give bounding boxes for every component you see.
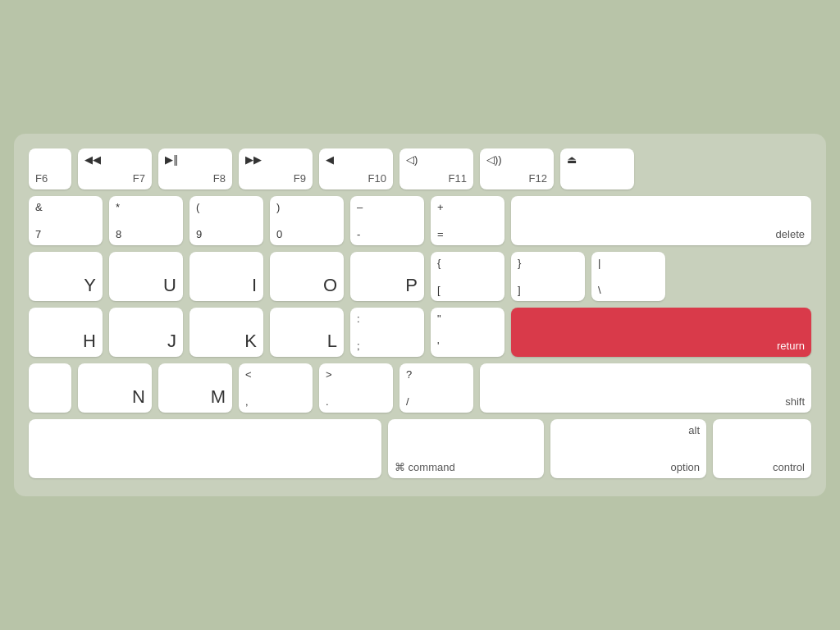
modifier-row: ⌘ command alt option control <box>29 419 811 478</box>
quote-char: ' <box>437 340 439 352</box>
slash-char: / <box>406 395 409 408</box>
bracket-open: [ <box>437 284 441 296</box>
lt-char: < <box>245 368 252 381</box>
gt-char: > <box>326 368 332 381</box>
f12-label: F12 <box>529 172 547 185</box>
k-char: K <box>244 331 257 352</box>
key-7-bottom: 7 <box>35 228 41 240</box>
key-m[interactable]: M <box>158 363 232 413</box>
control-label: control <box>773 461 805 473</box>
key-n[interactable]: N <box>78 363 152 413</box>
volumedown-icon: ◁) <box>406 153 418 166</box>
function-row: F6 ◀◀ F7 ▶‖ F8 ▶▶ F9 ◀ F10 ◁) F11 ◁)) F1… <box>29 148 811 189</box>
f11-label: F11 <box>449 172 467 185</box>
f9-label: F9 <box>294 172 306 185</box>
key-delete[interactable]: delete <box>511 196 811 245</box>
top-alpha-row: Y U I O P { [ } ] | \ <box>29 252 811 301</box>
option-label: option <box>671 461 700 473</box>
key-9-bottom: 9 <box>196 228 202 240</box>
key-control[interactable]: control <box>713 419 811 478</box>
key-equals-top: + <box>437 201 444 213</box>
key-0-bottom: 0 <box>276 228 282 240</box>
f6-label: F6 <box>35 172 48 185</box>
key-spacebar[interactable] <box>29 419 381 478</box>
fastforward-icon: ▶▶ <box>245 153 262 166</box>
key-8[interactable]: * 8 <box>109 196 183 245</box>
playpause-icon: ▶‖ <box>165 153 179 166</box>
shift-label: shift <box>785 395 805 408</box>
key-j[interactable]: J <box>109 308 183 357</box>
key-bracket-close[interactable]: } ] <box>511 252 585 301</box>
key-f10[interactable]: ◀ F10 <box>319 148 393 189</box>
key-0[interactable]: ) 0 <box>270 196 344 245</box>
backslash-char: \ <box>598 284 601 296</box>
key-backslash[interactable]: | \ <box>591 252 665 301</box>
question-char: ? <box>406 368 412 381</box>
y-char: Y <box>84 275 96 296</box>
key-i[interactable]: I <box>189 252 263 301</box>
key-y[interactable]: Y <box>29 252 103 301</box>
key-f6[interactable]: F6 <box>29 148 71 189</box>
key-f8[interactable]: ▶‖ F8 <box>158 148 232 189</box>
key-h[interactable]: H <box>29 308 103 357</box>
key-l[interactable]: L <box>270 308 344 357</box>
doublequote-char: " <box>437 313 441 325</box>
period-char: . <box>326 395 329 408</box>
key-equals[interactable]: + = <box>431 196 504 245</box>
key-period[interactable]: > . <box>319 363 393 413</box>
colon-char: : <box>357 313 360 325</box>
m-char: M <box>211 386 226 408</box>
j-char: J <box>167 331 176 352</box>
key-f9[interactable]: ▶▶ F9 <box>239 148 313 189</box>
h-char: H <box>83 331 96 352</box>
key-p[interactable]: P <box>350 252 424 301</box>
key-7-top: & <box>35 201 43 213</box>
keyboard: F6 ◀◀ F7 ▶‖ F8 ▶▶ F9 ◀ F10 ◁) F11 ◁)) F1… <box>14 134 826 496</box>
f7-label: F7 <box>133 172 145 185</box>
p-char: P <box>405 275 418 296</box>
key-9[interactable]: ( 9 <box>189 196 263 245</box>
alt-label: alt <box>688 424 700 436</box>
key-comma[interactable]: < , <box>239 363 313 413</box>
key-minus-top: – <box>357 201 363 213</box>
key-minus[interactable]: – - <box>350 196 424 245</box>
key-o[interactable]: O <box>270 252 344 301</box>
key-slash[interactable]: ? / <box>399 363 473 413</box>
key-7[interactable]: & 7 <box>29 196 103 245</box>
brace-open: { <box>437 257 441 269</box>
semicolon-char: ; <box>357 340 360 352</box>
volumeup-icon: ◁)) <box>486 153 502 166</box>
key-return[interactable]: return <box>511 308 811 357</box>
key-0-top: ) <box>276 201 280 213</box>
key-f12[interactable]: ◁)) F12 <box>480 148 554 189</box>
key-shift-left[interactable] <box>29 363 71 413</box>
f10-label: F10 <box>368 172 386 185</box>
key-quote[interactable]: " ' <box>431 308 504 357</box>
bracket-close: ] <box>518 284 521 296</box>
key-eject[interactable]: ⏏ <box>560 148 634 189</box>
key-f7[interactable]: ◀◀ F7 <box>78 148 152 189</box>
l-char: L <box>327 331 337 352</box>
n-char: N <box>132 386 145 408</box>
delete-label: delete <box>776 228 805 240</box>
key-semicolon[interactable]: : ; <box>350 308 424 357</box>
bottom-alpha-row: N M < , > . ? / shift <box>29 363 811 413</box>
return-label: return <box>777 340 805 352</box>
mute-icon: ◀ <box>326 153 334 166</box>
home-row: H J K L : ; " ' return <box>29 308 811 357</box>
u-char: U <box>163 275 176 296</box>
key-bracket-open[interactable]: { [ <box>431 252 504 301</box>
number-row: & 7 * 8 ( 9 ) 0 – - + = delete <box>29 196 811 245</box>
rewind-icon: ◀◀ <box>84 153 101 166</box>
key-k[interactable]: K <box>189 308 263 357</box>
i-char: I <box>252 275 257 296</box>
key-command[interactable]: ⌘ command <box>388 419 544 478</box>
key-shift-right[interactable]: shift <box>480 363 811 413</box>
key-equals-bottom: = <box>437 228 444 240</box>
comma-char: , <box>245 395 249 408</box>
key-option[interactable]: alt option <box>550 419 706 478</box>
key-u[interactable]: U <box>109 252 183 301</box>
key-f11[interactable]: ◁) F11 <box>399 148 473 189</box>
command-label: ⌘ command <box>395 461 455 473</box>
o-char: O <box>323 275 337 296</box>
